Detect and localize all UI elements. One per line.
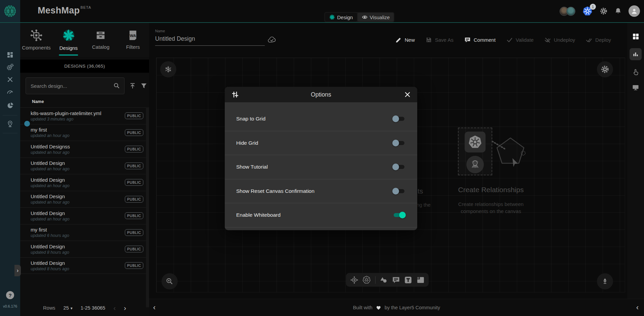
- dashboard-icon[interactable]: [0, 49, 20, 61]
- upload-design-icon[interactable]: [129, 82, 136, 89]
- onboarding-title: Create Relationships: [448, 186, 534, 194]
- design-list-item[interactable]: my first updated 6 hours ago PUBLIC: [20, 224, 146, 241]
- option-row-snap-to-grid: Snap to Grid: [225, 107, 417, 131]
- kubernetes-context-button[interactable]: 1: [582, 6, 593, 16]
- comment-tool-icon[interactable]: [392, 276, 400, 284]
- show-reset-canvas-confirmation-toggle[interactable]: [392, 188, 406, 195]
- help-button[interactable]: ?: [6, 291, 14, 299]
- tab-filters[interactable]: WA Filters: [117, 22, 149, 57]
- widgets-grid-icon[interactable]: [632, 33, 639, 40]
- design-list-item[interactable]: Untitled Designss updated an hour ago PU…: [20, 141, 146, 157]
- comment-button[interactable]: Comment: [464, 37, 496, 43]
- performance-gauge-icon[interactable]: [0, 86, 20, 98]
- snap-to-grid-toggle[interactable]: [392, 115, 406, 122]
- designs-spiral-icon: [62, 29, 75, 42]
- canvas-settings-button[interactable]: [597, 61, 613, 77]
- version-label: v0.6.176: [0, 304, 20, 308]
- design-list-item[interactable]: Untitled Design updated 8 hours ago PUBL…: [20, 241, 146, 257]
- comment-icon: [464, 37, 471, 43]
- design-name: Untitled Design: [31, 177, 69, 183]
- design-list-item[interactable]: Untitled Design updated 8 hours ago PUBL…: [20, 257, 146, 274]
- page-title: MeshMapBETA: [38, 5, 91, 16]
- design-name: k8s-wasm-plugin-ratelimiter.yml: [31, 110, 101, 116]
- notifications-bell-icon[interactable]: [614, 7, 622, 15]
- lifecycle-gears-icon[interactable]: [0, 61, 20, 73]
- pen-tool-button[interactable]: [597, 273, 613, 289]
- visibility-badge: PUBLIC: [125, 246, 143, 252]
- zoom-in-button[interactable]: [162, 273, 178, 289]
- design-list-item[interactable]: k8s-wasm-plugin-ratelimiter.yml updated …: [20, 107, 146, 124]
- bar-chart-icon: [632, 51, 639, 58]
- section-header: DESIGNS (36,065): [20, 60, 149, 73]
- deploy-label: Deploy: [595, 37, 611, 43]
- tab-visualize[interactable]: Visualize: [358, 13, 394, 22]
- tab-designs[interactable]: Designs: [52, 22, 85, 57]
- design-updated: updated 8 hours ago: [31, 250, 69, 255]
- tab-design[interactable]: Design: [325, 13, 357, 22]
- undeploy-button[interactable]: Undeploy: [544, 37, 575, 43]
- footer-collapse-left-icon[interactable]: ‹: [153, 299, 155, 316]
- canvas-dock: [346, 273, 429, 287]
- visibility-badge: PUBLIC: [125, 112, 143, 119]
- component-tool-icon[interactable]: [350, 276, 358, 284]
- touch-interactions-icon[interactable]: [632, 68, 639, 76]
- design-updated: updated 6 hours ago: [31, 233, 69, 238]
- new-button[interactable]: New: [395, 37, 415, 43]
- tab-catalog[interactable]: Catalog: [85, 22, 117, 57]
- design-name: Untitled Design: [31, 193, 69, 200]
- validate-label: Validate: [516, 37, 534, 43]
- illustration-kubernetes-node: [465, 132, 486, 152]
- design-list-item[interactable]: Untitled Design updated an hour ago PUBL…: [20, 174, 146, 191]
- search-input[interactable]: [30, 83, 113, 89]
- deploy-button[interactable]: Deploy: [586, 37, 611, 43]
- canvas-actions: New Save As: [395, 22, 611, 57]
- caret-down-icon: ▾: [71, 306, 73, 311]
- mode-switcher: Design Visualize: [324, 12, 394, 22]
- rows-label: Rows: [43, 305, 55, 311]
- list-scrollbar[interactable]: [146, 107, 149, 307]
- rail-expand-button[interactable]: ›: [14, 265, 21, 276]
- design-list-item[interactable]: Untitled Design updated an hour ago PUBL…: [20, 157, 146, 174]
- meshmap-app: MeshMapBETA: [0, 0, 644, 316]
- display-monitor-icon[interactable]: [632, 84, 639, 91]
- text-tool-icon[interactable]: [404, 276, 412, 284]
- profile-avatar[interactable]: [629, 5, 640, 17]
- design-list-item[interactable]: my first updated an hour ago PUBLIC: [20, 124, 146, 141]
- media-tool-icon[interactable]: [417, 276, 425, 284]
- design-list-item[interactable]: Untitled Design updated an hour ago PUBL…: [20, 207, 146, 224]
- design-name: my first: [31, 226, 69, 233]
- sliders-icon: [231, 91, 239, 98]
- hide-grid-toggle[interactable]: [392, 140, 406, 146]
- close-icon[interactable]: [404, 92, 410, 98]
- validate-button[interactable]: Validate: [506, 37, 534, 43]
- filter-funnel-icon[interactable]: [141, 83, 147, 89]
- search-box[interactable]: [26, 77, 124, 94]
- footer-community: by the Layer5 Community: [385, 305, 440, 310]
- tab-components[interactable]: Components: [20, 22, 52, 57]
- kanvas-pin-icon[interactable]: [0, 118, 20, 130]
- design-list-item[interactable]: Untitled Design updated an hour ago PUBL…: [20, 191, 146, 208]
- design-name-input[interactable]: [155, 33, 265, 46]
- enable-whiteboard-toggle[interactable]: [392, 212, 406, 218]
- settings-gear-icon[interactable]: [600, 7, 608, 15]
- collaborator-avatars[interactable]: [560, 7, 575, 16]
- eye-icon: [362, 14, 368, 20]
- shapes-tool-icon[interactable]: [380, 276, 388, 284]
- design-name: Untitled Design: [31, 160, 69, 166]
- person-icon: [630, 7, 638, 15]
- kubernetes-tool-icon[interactable]: [362, 276, 371, 284]
- option-row-enable-whiteboard: Enable Whiteboard: [225, 203, 417, 227]
- search-icon: [113, 82, 120, 89]
- prev-page-button[interactable]: ‹: [113, 304, 116, 312]
- rows-per-page-select[interactable]: 25▾: [63, 305, 72, 311]
- show-tutorial-toggle[interactable]: [392, 164, 406, 170]
- configuration-tools-icon[interactable]: [0, 73, 20, 85]
- footer-collapse-right-icon[interactable]: ‹: [636, 299, 639, 316]
- layer5-logo[interactable]: [0, 0, 20, 22]
- save-as-button[interactable]: Save As: [426, 37, 454, 43]
- snowflake-button[interactable]: [160, 61, 176, 77]
- chart-panel-button[interactable]: [630, 48, 642, 60]
- next-page-button[interactable]: ›: [124, 304, 126, 312]
- header-right-cluster: 1: [560, 0, 640, 22]
- extensions-pie-icon[interactable]: [0, 99, 20, 111]
